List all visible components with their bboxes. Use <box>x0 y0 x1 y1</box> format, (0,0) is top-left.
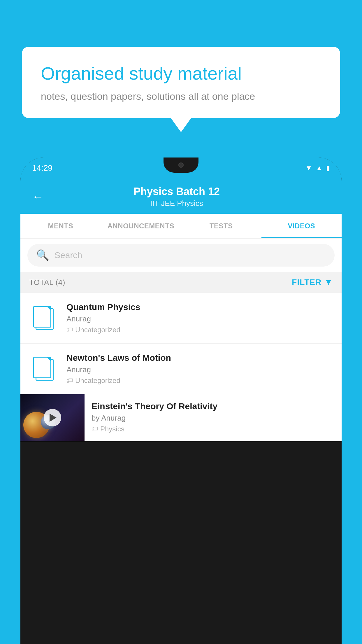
item-tag: 🏷 Physics <box>92 425 335 433</box>
filter-label: FILTER <box>292 278 321 287</box>
list-item[interactable]: Quantum Physics Anurag 🏷 Uncategorized <box>20 293 342 344</box>
filter-button[interactable]: FILTER ▼ <box>292 278 333 287</box>
header-subtitle: IIT JEE Physics <box>52 199 301 208</box>
notch <box>164 158 198 173</box>
tag-label: Physics <box>100 425 124 433</box>
video-thumbnail <box>20 394 85 441</box>
play-icon <box>50 414 57 422</box>
item-thumbnail <box>29 306 58 330</box>
tab-tests[interactable]: TESTS <box>181 214 261 238</box>
item-author: by Anurag <box>92 414 335 423</box>
bubble-title: Organised study material <box>41 63 321 84</box>
file-icon <box>33 357 54 381</box>
list-item[interactable]: Newton's Laws of Motion Anurag 🏷 Uncateg… <box>20 344 342 394</box>
tag-icon: 🏷 <box>92 425 98 433</box>
file-icon <box>33 306 54 330</box>
header-title: Physics Batch 12 <box>52 186 301 198</box>
bubble-subtitle: notes, question papers, solutions all at… <box>41 91 321 102</box>
wifi-icon: ▼ <box>305 164 312 172</box>
header-title-wrap: Physics Batch 12 IIT JEE Physics <box>52 186 301 208</box>
file-front <box>33 306 51 328</box>
back-button[interactable]: ← <box>32 190 44 203</box>
search-bar-wrap: 🔍 Search <box>20 239 342 272</box>
signal-icon: ▲ <box>316 164 323 172</box>
item-info: Newton's Laws of Motion Anurag 🏷 Uncateg… <box>66 353 333 385</box>
tag-icon: 🏷 <box>66 377 73 384</box>
item-title: Quantum Physics <box>66 302 333 312</box>
tabs-bar: MENTS ANNOUNCEMENTS TESTS VIDEOS <box>20 214 342 239</box>
play-button[interactable] <box>44 409 61 426</box>
status-bar: 14:29 ▼ ▲ ▮ <box>20 158 342 178</box>
tab-ments[interactable]: MENTS <box>20 214 101 238</box>
video-list: Quantum Physics Anurag 🏷 Uncategorized N… <box>20 293 342 441</box>
search-icon: 🔍 <box>36 249 49 261</box>
tag-label: Uncategorized <box>75 326 120 334</box>
filter-icon: ▼ <box>324 278 333 287</box>
app-header: ← Physics Batch 12 IIT JEE Physics <box>20 178 342 214</box>
search-bar[interactable]: 🔍 Search <box>27 244 335 267</box>
item-title: Newton's Laws of Motion <box>66 353 333 363</box>
list-item[interactable]: Einstein's Theory Of Relativity by Anura… <box>20 394 342 441</box>
tab-announcements[interactable]: ANNOUNCEMENTS <box>101 214 181 238</box>
item-tag: 🏷 Uncategorized <box>66 326 333 334</box>
status-time: 14:29 <box>32 163 52 173</box>
total-label: TOTAL (4) <box>29 278 65 287</box>
tag-icon: 🏷 <box>66 326 73 334</box>
tag-label: Uncategorized <box>75 377 120 385</box>
tab-videos[interactable]: VIDEOS <box>261 214 342 238</box>
camera-dot <box>178 162 184 168</box>
search-placeholder: Search <box>55 250 82 260</box>
item-author: Anurag <box>66 365 333 374</box>
status-icons: ▼ ▲ ▮ <box>305 164 330 172</box>
battery-icon: ▮ <box>326 164 330 172</box>
file-front <box>33 357 51 378</box>
phone-frame: 14:29 ▼ ▲ ▮ ← Physics Batch 12 IIT JEE P… <box>20 158 342 644</box>
filter-bar: TOTAL (4) FILTER ▼ <box>20 272 342 293</box>
item-info: Quantum Physics Anurag 🏷 Uncategorized <box>66 302 333 334</box>
item-thumbnail <box>29 357 58 381</box>
item-info: Einstein's Theory Of Relativity by Anura… <box>85 394 342 440</box>
item-author: Anurag <box>66 314 333 323</box>
item-tag: 🏷 Uncategorized <box>66 377 333 385</box>
speech-bubble: Organised study material notes, question… <box>22 47 340 118</box>
item-title: Einstein's Theory Of Relativity <box>92 401 335 411</box>
